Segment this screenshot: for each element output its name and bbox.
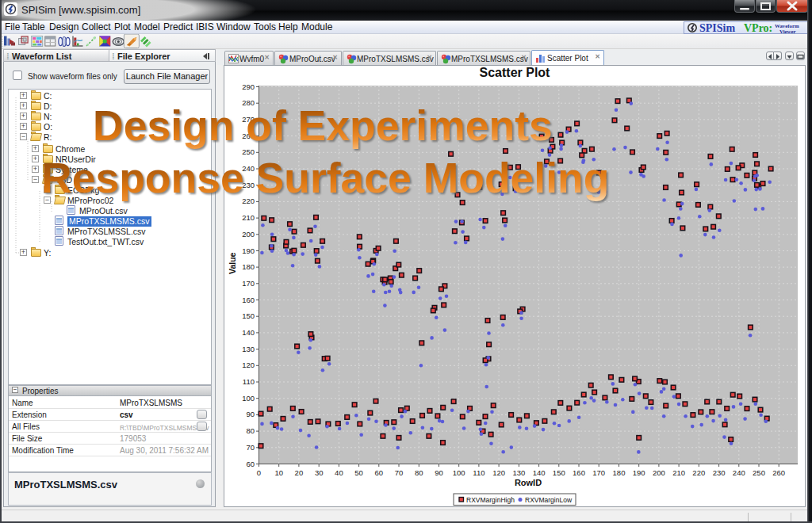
svg-text:RXVMarginLow: RXVMarginLow bbox=[525, 496, 573, 504]
svg-text:50: 50 bbox=[354, 468, 363, 477]
svg-text:80: 80 bbox=[246, 426, 255, 435]
svg-text:170: 170 bbox=[592, 468, 605, 477]
svg-text:230: 230 bbox=[713, 468, 726, 477]
svg-text:100: 100 bbox=[242, 394, 255, 403]
svg-text:130: 130 bbox=[242, 345, 255, 353]
svg-text:120: 120 bbox=[242, 361, 255, 369]
svg-text:160: 160 bbox=[242, 296, 255, 304]
svg-text:180: 180 bbox=[242, 262, 255, 271]
svg-text:150: 150 bbox=[553, 468, 565, 477]
svg-text:Value: Value bbox=[228, 252, 237, 274]
svg-text:70: 70 bbox=[246, 443, 255, 452]
svg-text:200: 200 bbox=[653, 468, 665, 477]
svg-text:210: 210 bbox=[242, 213, 255, 222]
svg-text:190: 190 bbox=[242, 246, 255, 255]
svg-text:10: 10 bbox=[274, 468, 283, 477]
svg-text:RowID: RowID bbox=[515, 478, 542, 487]
svg-text:80: 80 bbox=[415, 468, 423, 477]
svg-text:0: 0 bbox=[257, 468, 261, 477]
svg-text:110: 110 bbox=[243, 377, 255, 386]
svg-text:120: 120 bbox=[492, 468, 505, 477]
svg-text:220: 220 bbox=[692, 468, 705, 477]
svg-text:190: 190 bbox=[633, 468, 645, 477]
svg-text:20: 20 bbox=[295, 468, 304, 477]
svg-text:200: 200 bbox=[242, 230, 255, 239]
svg-text:100: 100 bbox=[453, 468, 465, 477]
svg-text:70: 70 bbox=[395, 468, 404, 477]
svg-text:240: 240 bbox=[733, 468, 745, 477]
svg-text:180: 180 bbox=[613, 468, 626, 477]
svg-text:60: 60 bbox=[246, 460, 255, 468]
svg-text:260: 260 bbox=[772, 468, 785, 477]
svg-text:160: 160 bbox=[573, 468, 585, 477]
svg-text:30: 30 bbox=[315, 468, 324, 477]
svg-text:RXVMarginHigh: RXVMarginHigh bbox=[466, 496, 515, 504]
svg-text:90: 90 bbox=[435, 468, 443, 477]
svg-text:170: 170 bbox=[242, 279, 255, 288]
svg-text:110: 110 bbox=[473, 468, 485, 477]
svg-text:210: 210 bbox=[672, 468, 685, 477]
svg-text:140: 140 bbox=[242, 328, 255, 337]
svg-text:130: 130 bbox=[512, 468, 525, 477]
svg-text:60: 60 bbox=[375, 468, 384, 477]
svg-text:90: 90 bbox=[246, 410, 255, 418]
svg-text:150: 150 bbox=[242, 311, 255, 320]
svg-text:250: 250 bbox=[753, 468, 765, 477]
svg-text:140: 140 bbox=[533, 468, 546, 477]
svg-text:40: 40 bbox=[335, 468, 343, 477]
svg-text:290: 290 bbox=[242, 82, 255, 91]
